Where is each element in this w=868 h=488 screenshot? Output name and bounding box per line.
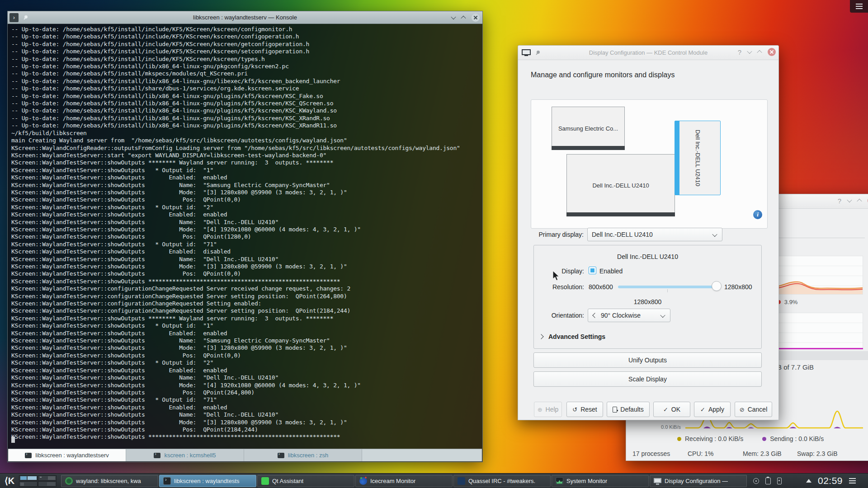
resolution-min: 800x600 xyxy=(589,283,613,291)
panel-menu-icon[interactable] xyxy=(849,478,856,483)
terminal-line: KScreen::WaylandTestServer::configuratio… xyxy=(11,293,482,300)
selection-stripe xyxy=(675,121,679,195)
resolution-current: 1280x800 xyxy=(534,298,761,305)
window-icon xyxy=(522,49,531,56)
terminal-line: -- Up-to-date: /home/sebas/kf5/install/s… xyxy=(11,85,482,92)
monitor-label: Dell Inc.-DELL U2410 xyxy=(694,130,701,186)
app-launcher-icon[interactable]: ⟨K xyxy=(4,475,15,487)
terminal-line: -- Up-to-date: /home/sebas/kf5/install/l… xyxy=(11,63,482,70)
advanced-settings-toggle[interactable]: Advanced Settings xyxy=(539,333,605,340)
terminal-line: -- Up-to-date: /home/sebas/kf5/install/l… xyxy=(11,115,482,122)
pin-icon[interactable] xyxy=(22,14,28,21)
tray-expand-icon[interactable] xyxy=(806,479,811,483)
terminal-line: -- Up-to-date: /home/sebas/kf5/install/l… xyxy=(11,78,482,85)
pager-desktop-3[interactable] xyxy=(19,481,38,487)
pager-desktop-1[interactable] xyxy=(19,475,38,481)
chevron-down-icon xyxy=(660,313,665,318)
terminal-line: main Creating Wayland server from "/home… xyxy=(11,137,482,144)
minimize-icon[interactable] xyxy=(847,197,852,202)
taskbar-task[interactable]: libkscreen : waylandtests xyxy=(159,475,256,487)
network-legend: Receiving : 0.0 KiB/s Sending : 0.0 KiB/… xyxy=(677,435,824,442)
check-icon: ✓ xyxy=(663,406,668,413)
app-menu-icon[interactable]: › xyxy=(9,13,19,22)
enabled-checkbox[interactable] xyxy=(589,267,596,274)
terminal-line: -- Up-to-date: /home/sebas/kf5/install/i… xyxy=(11,41,482,48)
terminal-tab[interactable]: libkscreen : zsh xyxy=(244,449,362,461)
maximize-icon[interactable] xyxy=(461,16,466,21)
help-icon[interactable]: ? xyxy=(738,48,741,56)
taskbar-task[interactable]: Display Configuration — xyxy=(650,475,747,487)
konsole-tabbar[interactable]: libkscreen : waylandtestserv kscreen : k… xyxy=(8,449,482,461)
ok-button[interactable]: ✓OK xyxy=(653,402,690,417)
task-icon xyxy=(458,477,465,485)
desktop-toolbox[interactable] xyxy=(850,0,868,13)
taskbar-task[interactable]: Icecream Monitor xyxy=(355,475,453,487)
unify-outputs-button[interactable]: Unify Outputs xyxy=(533,352,762,368)
help-button[interactable]: ⊕Help xyxy=(534,402,562,417)
chevron-right-icon xyxy=(538,334,543,339)
terminal-line: KScreen::WaylandTestServer::showOutputs … xyxy=(11,233,482,240)
desktop: ? 0% 3.9% 2.3 GiB of 7.7 GiB 0.0 KiB/s xyxy=(0,0,868,488)
scale-display-button[interactable]: Scale Display xyxy=(533,371,762,387)
terminal-line: KScreen::WaylandTestServer::showOutputs … xyxy=(11,248,482,255)
page-title: Manage and configure monitors and displa… xyxy=(531,71,675,79)
volume-icon[interactable] xyxy=(753,478,759,484)
terminal-line: KScreen::WaylandTestServer::configuratio… xyxy=(11,307,482,314)
terminal-line: KScreen::WaylandTestServer::showOutputs … xyxy=(11,189,482,196)
virtual-desktop-pager[interactable] xyxy=(19,475,57,487)
task-label: Icecream Monitor xyxy=(370,478,415,484)
close-icon[interactable] xyxy=(768,48,776,56)
monitor-dell-primary[interactable]: Dell Inc.-DELL U2410 xyxy=(566,154,675,216)
terminal-line: KScreen::WaylandTestServer::showOutputs … xyxy=(11,374,482,381)
clipboard-icon[interactable] xyxy=(765,478,771,484)
taskbar-task[interactable]: wayland: libkscreen, kwa xyxy=(61,475,158,487)
defaults-button[interactable]: Defaults xyxy=(607,402,650,417)
pager-desktop-2[interactable] xyxy=(38,475,57,481)
apply-button[interactable]: ✓Apply xyxy=(694,402,731,417)
taskbar-task[interactable]: Quassel IRC - #tweakers. xyxy=(453,475,551,487)
terminal-line: KScreen::WaylandTestServer::showOutputs … xyxy=(11,270,482,277)
minimize-icon[interactable] xyxy=(747,49,752,54)
primary-display-select[interactable]: Dell Inc.-DELL U2410 xyxy=(587,228,722,241)
monitor-samsung[interactable]: Samsung Electric Co... xyxy=(552,107,625,150)
resolution-slider-handle[interactable] xyxy=(712,281,722,291)
maximize-icon[interactable] xyxy=(857,199,862,204)
maximize-icon[interactable] xyxy=(757,50,762,55)
kcm-titlebar[interactable]: Display Configuration — KDE Control Modu… xyxy=(518,46,778,60)
device-notifier-icon[interactable] xyxy=(777,478,782,484)
resolution-slider-track[interactable] xyxy=(618,286,717,288)
konsole-window[interactable]: › libkscreen : waylandtestserv — Konsole… xyxy=(7,11,483,462)
receiving-label: Receiving : 0.0 KiB/s xyxy=(685,435,743,442)
terminal-output[interactable]: -- Up-to-date: /home/sebas/kf5/install/i… xyxy=(8,24,482,449)
help-icon[interactable]: ? xyxy=(838,197,841,205)
terminal-tab[interactable]: libkscreen : waylandtestserv xyxy=(8,449,126,461)
terminal-line: -- Up-to-date: /home/sebas/kf5/install/l… xyxy=(11,100,482,107)
terminal-line: KScreen::WaylandTestServer::showOutputs … xyxy=(11,204,482,211)
terminal-line: KScreen::WaylandTestServer::start "expor… xyxy=(11,152,482,159)
reset-button[interactable]: ↺Reset xyxy=(566,402,603,417)
monitor-dell-rotated[interactable]: Dell Inc.-DELL U2410 xyxy=(675,121,721,195)
terminal-line: KScreen::WaylandTestServer::showOutputs … xyxy=(11,219,482,226)
pin-icon[interactable] xyxy=(534,50,541,56)
display-config-window[interactable]: Display Configuration — KDE Control Modu… xyxy=(518,45,779,420)
taskbar[interactable]: ⟨K wayland: libkscreen, kwa libkscreen :… xyxy=(0,473,868,488)
close-icon[interactable] xyxy=(472,14,480,22)
taskbar-task[interactable]: System Monitor xyxy=(552,475,649,487)
minimize-icon[interactable] xyxy=(451,14,456,19)
terminal-line: KScreen::WaylandTestServer::showOutputs … xyxy=(11,241,482,248)
terminal-line: KScreen::WaylandTestServer::showOutputs … xyxy=(11,315,482,322)
konsole-titlebar[interactable]: › libkscreen : waylandtestserv — Konsole xyxy=(8,11,482,24)
terminal-icon xyxy=(154,453,160,458)
info-icon[interactable]: i xyxy=(753,210,762,219)
orientation-select[interactable]: 90° Clockwise xyxy=(588,309,670,322)
clock[interactable]: 02:59 xyxy=(818,475,843,486)
monitor-preview-area: Samsung Electric Co... Dell Inc.-DELL U2… xyxy=(531,99,768,229)
cancel-icon: ⊘ xyxy=(740,406,745,413)
terminal-line: -- Up-to-date: /home/sebas/kf5/install/l… xyxy=(11,122,482,129)
orientation-label: Orientation: xyxy=(534,312,584,319)
cancel-button[interactable]: ⊘Cancel xyxy=(735,402,772,417)
terminal-line: -- Up-to-date: /home/sebas/kf5/install/i… xyxy=(11,26,482,33)
pager-desktop-4[interactable] xyxy=(38,481,57,487)
terminal-tab[interactable]: kscreen : kcmshell5 xyxy=(126,449,244,461)
taskbar-task[interactable]: Qt Assistant xyxy=(257,475,354,487)
